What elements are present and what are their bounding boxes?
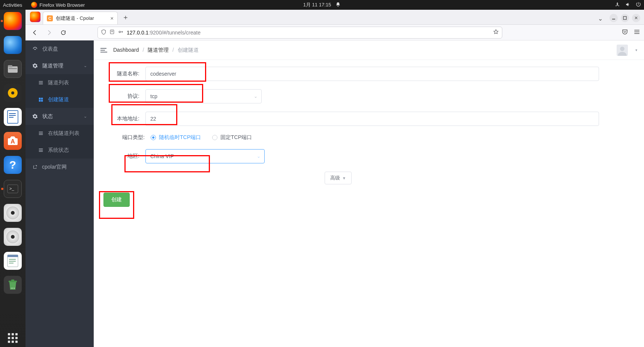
nav-forward-button[interactable] (43, 27, 55, 38)
svg-point-46 (620, 46, 625, 51)
breadcrumb-current: 创建隧道 (178, 47, 199, 53)
svg-rect-34 (39, 82, 43, 83)
dock-disc-2[interactable] (4, 228, 22, 246)
list-icon (38, 80, 43, 85)
dock-firefox[interactable] (4, 12, 22, 30)
sidebar-group-status[interactable]: 状态 ⌄ (25, 108, 94, 125)
user-avatar[interactable] (617, 45, 628, 56)
app-main: Dashboard / 隧道管理 / 创建隧道 ▾ 隧道名称: (94, 40, 644, 347)
svg-point-24 (12, 288, 13, 289)
dock-show-apps[interactable] (4, 329, 22, 347)
svg-rect-41 (39, 133, 43, 133)
dock-thunderbird[interactable] (4, 36, 22, 54)
notification-bell-icon[interactable] (335, 2, 341, 8)
gauge-icon (32, 46, 38, 52)
sidebar-item-system-status[interactable]: 系统状态 (25, 142, 94, 159)
firefox-window: C 创建隧道 - Cpolar × ＋ ⌄ ✕ (25, 10, 644, 347)
svg-rect-4 (8, 65, 12, 67)
chevron-down-icon: ⌄ (84, 63, 87, 68)
network-icon[interactable] (615, 2, 620, 8)
sidebar-group-tunnel[interactable]: 隧道管理 ⌄ (25, 57, 94, 74)
svg-point-1 (618, 5, 619, 6)
sidebar-item-dashboard[interactable]: 仪表盘 (25, 40, 94, 57)
nav-reload-button[interactable] (58, 27, 69, 38)
grid-icon (38, 97, 43, 102)
svg-point-29 (119, 31, 120, 33)
sidebar-item-label: 状态 (42, 113, 53, 120)
region-select[interactable]: China VIP ⌄ (145, 149, 265, 163)
tab-close-icon[interactable]: × (110, 15, 114, 21)
svg-text:A: A (10, 138, 15, 145)
app-menu-icon[interactable] (634, 28, 640, 37)
activities-button[interactable]: Activities (3, 2, 22, 8)
sidebar-item-official-site[interactable]: cpolar官网 (25, 159, 94, 175)
dock-files[interactable] (4, 60, 22, 78)
svg-rect-10 (9, 115, 16, 116)
gear-icon (32, 114, 38, 119)
svg-rect-42 (39, 134, 43, 135)
window-minimize-button[interactable] (610, 14, 618, 22)
label-tunnel-name: 隧道名称: (103, 70, 139, 77)
current-app-label: Firefox Web Browser (39, 2, 85, 8)
dock: A ? >_ (0, 10, 25, 347)
dock-terminal[interactable]: >_ (4, 180, 22, 198)
svg-point-25 (14, 288, 15, 289)
local-address-input[interactable] (145, 112, 599, 126)
nav-back-button[interactable] (29, 27, 40, 38)
dock-help[interactable]: ? (4, 156, 22, 174)
svg-text:>_: >_ (9, 186, 14, 191)
chevron-down-icon: ⌄ (254, 94, 258, 99)
svg-rect-38 (39, 100, 41, 102)
radio-label: 随机临时TCP端口 (159, 134, 201, 141)
user-menu-caret-icon[interactable]: ▾ (635, 48, 637, 52)
dock-libreoffice-writer[interactable] (4, 108, 22, 126)
power-icon[interactable] (636, 2, 641, 8)
protocol-select[interactable]: tcp ⌄ (145, 89, 262, 103)
svg-rect-45 (39, 151, 43, 152)
radio-fixed-port[interactable]: 固定TCP端口 (212, 134, 252, 141)
bookmark-star-icon[interactable] (493, 29, 499, 36)
sidebar-item-label: 系统状态 (48, 147, 69, 154)
app-sidebar: 仪表盘 隧道管理 ⌄ 隧道列表 创建隧道 状态 (25, 40, 94, 347)
breadcrumb-tunnel-mgmt[interactable]: 隧道管理 (148, 47, 169, 53)
svg-rect-40 (39, 132, 43, 132)
chevron-down-icon: ⌄ (257, 154, 261, 159)
svg-rect-17 (7, 255, 18, 257)
sidebar-item-label: 创建隧道 (48, 96, 69, 103)
dock-ubuntu-software[interactable]: A (4, 132, 22, 150)
sidebar-item-tunnel-create[interactable]: 创建隧道 (25, 91, 94, 108)
browser-tab[interactable]: C 创建隧道 - Cpolar × (43, 12, 118, 24)
url-bar[interactable]: 127.0.0.1:9200/#/tunnels/create (97, 27, 502, 39)
sidebar-item-tunnel-list[interactable]: 隧道列表 (25, 74, 94, 91)
clock[interactable]: 1月 11 17:15 (303, 1, 331, 8)
new-tab-button[interactable]: ＋ (120, 12, 131, 23)
dock-trash[interactable] (4, 276, 22, 294)
breadcrumb-dashboard[interactable]: Dashboard (113, 47, 139, 53)
browser-toolbar: 127.0.0.1:9200/#/tunnels/create (25, 25, 644, 40)
tunnel-name-input[interactable] (145, 67, 599, 81)
radio-random-port[interactable]: 随机临时TCP端口 (151, 134, 201, 141)
window-maximize-button[interactable] (621, 14, 629, 22)
collapse-sidebar-button[interactable] (100, 48, 108, 52)
sidebar-item-online-list[interactable]: 在线隧道列表 (25, 125, 94, 142)
radio-dot-icon (151, 135, 156, 140)
save-to-pocket-icon[interactable] (622, 28, 628, 37)
permissions-icon (118, 29, 124, 36)
dock-disc-1[interactable] (4, 204, 22, 222)
dock-rhythmbox[interactable] (4, 84, 22, 102)
advanced-toggle-button[interactable]: 高级 ▼ (325, 172, 352, 184)
create-button[interactable]: 创建 (103, 193, 130, 207)
sidebar-item-label: 隧道管理 (42, 63, 63, 69)
tab-strip: C 创建隧道 - Cpolar × ＋ ⌄ ✕ (25, 10, 644, 25)
list-all-tabs-button[interactable]: ⌄ (598, 15, 603, 22)
label-port-type: 端口类型: (103, 134, 145, 141)
shield-icon (101, 29, 106, 36)
volume-icon[interactable] (625, 2, 631, 8)
window-close-button[interactable]: ✕ (632, 14, 640, 22)
current-app-indicator[interactable]: Firefox Web Browser (31, 2, 85, 8)
svg-rect-39 (41, 100, 43, 102)
svg-rect-32 (634, 33, 640, 34)
external-link-icon (32, 165, 37, 170)
region-value: China VIP (150, 153, 174, 159)
dock-notes[interactable] (4, 252, 22, 270)
